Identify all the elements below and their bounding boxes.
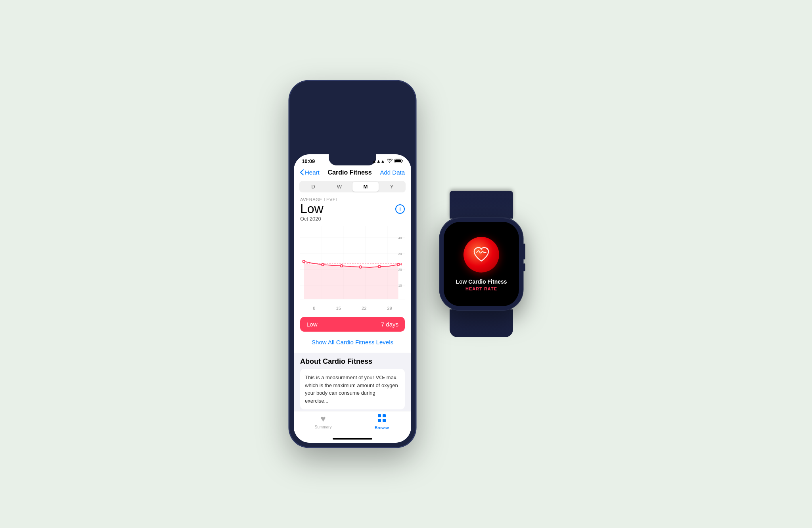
svg-text:40: 40: [398, 236, 402, 240]
show-all-link[interactable]: Show All Cardio Fitness Levels: [300, 335, 405, 349]
chart-area: 40 30 20 10 24: [294, 224, 411, 314]
volume-up-button: [294, 96, 295, 113]
x-label-15: 15: [336, 306, 341, 311]
svg-rect-1: [395, 159, 401, 162]
x-label-8: 8: [313, 306, 315, 311]
browse-icon: [377, 414, 386, 425]
status-time: 10:09: [302, 158, 315, 164]
svg-text:30: 30: [398, 252, 402, 256]
watch-band-bottom: [450, 309, 513, 337]
segment-control: D W M Y: [294, 179, 411, 195]
watch-fitness-title: Low Cardio Fitness: [456, 278, 507, 285]
fitness-level-bar[interactable]: Low 7 days: [300, 317, 405, 332]
svg-rect-23: [378, 414, 381, 417]
x-label-29: 29: [387, 306, 392, 311]
tab-bar: ♥ Summary Browse: [294, 411, 411, 436]
watch-crown: [523, 244, 525, 259]
svg-text:10: 10: [398, 284, 402, 288]
about-text: This is a measurement of your VO₂ max, w…: [305, 374, 398, 404]
nav-bar: Heart Cardio Fitness Add Data: [294, 166, 411, 179]
status-bar: 10:09 ▲▲▲: [294, 154, 411, 166]
svg-point-19: [341, 265, 343, 267]
wifi-icon: [387, 159, 393, 164]
segment-day[interactable]: D: [300, 182, 326, 192]
fitness-level-days: 7 days: [381, 321, 398, 328]
segment-year[interactable]: Y: [379, 182, 405, 192]
back-label: Heart: [305, 169, 320, 176]
watch-body: Low Cardio Fitness HEART RATE: [440, 218, 523, 310]
about-section: About Cardio Fitness This is a measureme…: [294, 353, 411, 411]
avg-row: Low i: [300, 202, 405, 216]
scene: 10:09 ▲▲▲: [289, 81, 523, 447]
apple-watch: Low Cardio Fitness HEART RATE: [440, 191, 523, 337]
back-button[interactable]: Heart: [300, 169, 320, 176]
home-indicator: [294, 436, 411, 443]
about-card: This is a measurement of your VO₂ max, w…: [300, 369, 405, 409]
watch-screen: Low Cardio Fitness HEART RATE: [444, 222, 519, 306]
home-bar: [333, 438, 372, 440]
chart-xaxis: 8 15 22 29: [300, 305, 405, 314]
avg-section: AVERAGE LEVEL Low i Oct 2020: [294, 195, 411, 224]
segment-group: D W M Y: [299, 181, 406, 192]
svg-rect-26: [383, 419, 386, 422]
svg-rect-24: [383, 414, 386, 417]
chart-svg: 40 30 20 10 24: [300, 226, 405, 305]
signal-icon: ▲▲▲: [372, 159, 385, 163]
svg-rect-25: [378, 419, 381, 422]
about-title: About Cardio Fitness: [300, 357, 405, 366]
info-button[interactable]: i: [395, 204, 405, 214]
watch-heart-icon: [471, 244, 492, 265]
iphone: 10:09 ▲▲▲: [289, 81, 416, 447]
silent-switch: [294, 85, 295, 96]
watch-fitness-subtitle: HEART RATE: [465, 286, 497, 291]
add-data-button[interactable]: Add Data: [380, 169, 405, 176]
status-icons: ▲▲▲: [372, 159, 403, 164]
iphone-screen: 10:09 ▲▲▲: [294, 154, 411, 443]
battery-icon: [395, 159, 403, 164]
nav-title: Cardio Fitness: [328, 169, 372, 176]
tab-browse[interactable]: Browse: [352, 414, 411, 430]
notch: [329, 154, 376, 165]
svg-point-21: [378, 265, 381, 268]
summary-label: Summary: [315, 425, 332, 429]
browse-label: Browse: [375, 426, 389, 430]
power-button: [294, 130, 295, 154]
volume-down-button: [294, 113, 295, 130]
fitness-level-label: Low: [306, 321, 318, 328]
summary-icon: ♥: [320, 414, 326, 424]
avg-date: Oct 2020: [300, 216, 405, 222]
watch-side-button: [523, 263, 525, 271]
watch-band-top: [450, 191, 513, 219]
svg-text:20: 20: [398, 268, 402, 272]
svg-point-20: [359, 266, 362, 268]
segment-month[interactable]: M: [352, 182, 379, 192]
svg-point-22: [397, 263, 400, 266]
svg-point-18: [322, 263, 324, 266]
segment-week[interactable]: W: [326, 182, 352, 192]
tab-summary[interactable]: ♥ Summary: [294, 414, 352, 430]
x-label-22: 22: [362, 306, 366, 311]
avg-value: Low: [300, 202, 324, 216]
svg-point-17: [303, 260, 305, 263]
chart-wrap: 40 30 20 10 24: [300, 226, 405, 305]
watch-heart-circle: [463, 237, 499, 273]
